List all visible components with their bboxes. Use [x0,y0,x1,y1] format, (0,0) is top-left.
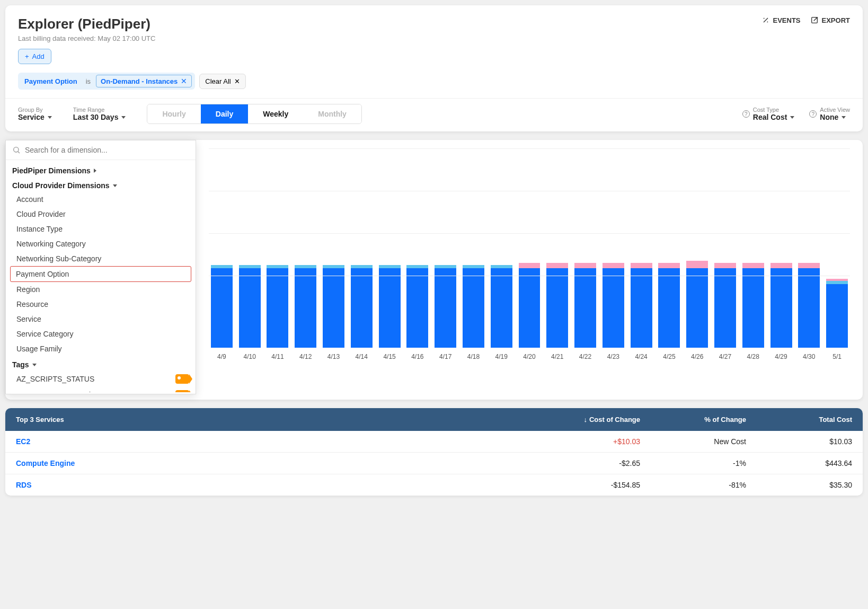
export-label: EXPORT [822,16,850,24]
table-row: Compute Engine-$2.65-1%$443.64 [5,453,863,474]
col-services[interactable]: Top 3 Services [16,416,534,423]
plus-icon: + [25,52,29,60]
chevron-down-icon [842,116,846,119]
seg-daily[interactable]: Daily [201,104,248,123]
time-range-value: Last 30 Days [73,113,119,121]
clear-all-button[interactable]: Clear All ✕ [199,74,245,89]
table-body: EC2+$10.03New Cost$10.03Compute Engine-$… [5,431,863,496]
chart-card: PiedPiper Dimensions Cloud Provider Dime… [5,140,863,400]
dd-section-tags[interactable]: Tags [6,356,196,371]
dd-item-resource[interactable]: Resource [6,297,196,312]
filter-field: Payment Option [21,75,81,87]
export-icon [810,16,819,24]
dimension-search-input[interactable] [25,146,189,154]
group-by-control[interactable]: Group By Service [18,107,52,121]
cell-pct-change: -1% [640,459,746,467]
svg-point-1 [14,147,19,152]
clear-all-label: Clear All [205,77,231,85]
cell-total: $443.64 [746,459,852,467]
filter-value: On-Demand - Instances [101,77,178,85]
service-link[interactable]: RDS [16,481,32,489]
dimension-dropdown: PiedPiper Dimensions Cloud Provider Dime… [5,140,196,394]
help-icon: ? [809,110,817,118]
service-link[interactable]: Compute Engine [16,459,75,467]
filter-chip[interactable]: Payment Option is On-Demand - Instances … [18,73,195,90]
events-label: EVENTS [773,16,801,24]
cell-cost-change: -$2.65 [534,459,640,467]
table-row: RDS-$154.85-81%$35.30 [5,474,863,496]
dd-item-service[interactable]: Service [6,312,196,326]
header-card: Explorer (PiedPiper) Last billing data r… [5,5,863,131]
cell-total: $35.30 [746,481,852,489]
active-view-value: None [820,113,838,121]
services-table: Top 3 Services ↓Cost of Change % of Chan… [5,408,863,496]
cell-cost-change: +$10.03 [534,437,640,446]
cell-pct-change: -81% [640,481,746,489]
table-row: EC2+$10.03New Cost$10.03 [5,431,863,453]
events-icon [761,16,770,24]
help-icon: ? [742,110,750,118]
dimension-list[interactable]: PiedPiper Dimensions Cloud Provider Dime… [6,160,196,392]
dd-item-usage-family[interactable]: Usage Family [6,341,196,356]
cell-total: $10.03 [746,437,852,446]
col-pct-change[interactable]: % of Change [640,416,746,423]
dd-item-instance-type[interactable]: Instance Type [6,222,196,236]
add-label: Add [32,52,45,60]
group-by-value: Service [18,113,45,121]
top-actions: EVENTS EXPORT [761,16,850,24]
col-total[interactable]: Total Cost [746,416,852,423]
dd-section-cloud[interactable]: Cloud Provider Dimensions [6,177,196,192]
seg-hourly[interactable]: Hourly [147,104,200,123]
chevron-right-icon [94,169,96,173]
active-filters: Payment Option is On-Demand - Instances … [5,73,863,98]
cost-type-value: Real Cost [753,113,787,121]
events-button[interactable]: EVENTS [761,16,801,24]
seg-monthly[interactable]: Monthly [303,104,361,123]
dd-item-cloud-provider[interactable]: Cloud Provider [6,207,196,222]
cell-cost-change: -$154.85 [534,481,640,489]
dimension-search[interactable] [6,140,196,160]
dd-tag-appmanagercfnstackkey[interactable]: AppManagerCFNStackKey [6,387,196,392]
filter-op: is [83,75,94,87]
cost-type-label: Cost Type [753,107,795,113]
page-title: Explorer (PiedPiper) [18,16,155,32]
table-header: Top 3 Services ↓Cost of Change % of Chan… [5,408,863,431]
dd-item-account[interactable]: Account [6,192,196,207]
dd-item-networking-sub-category[interactable]: Networking Sub-Category [6,251,196,266]
time-range-control[interactable]: Time Range Last 30 Days [73,107,126,121]
time-range-label: Time Range [73,107,126,113]
right-controls: ? Cost Type Real Cost ? Active View None [742,107,850,121]
chevron-down-icon [790,116,794,119]
filter-remove-icon[interactable]: ✕ [181,77,187,85]
chart-gridlines [209,148,850,360]
dd-section-piedpiper[interactable]: PiedPiper Dimensions [6,162,196,177]
chevron-down-icon [32,364,37,366]
subtitle: Last billing data received: May 02 17:00… [18,34,155,42]
tag-icon [175,374,189,384]
filter-row: + Add [5,49,863,73]
cell-pct-change: New Cost [640,437,746,446]
dd-tag-az-scripts-status[interactable]: AZ_SCRIPTS_STATUS [6,371,196,387]
add-filter-button[interactable]: + Add [18,49,51,64]
service-link[interactable]: EC2 [16,437,30,446]
export-button[interactable]: EXPORT [810,16,850,24]
sort-down-icon: ↓ [583,416,587,423]
title-block: Explorer (PiedPiper) Last billing data r… [18,16,155,42]
seg-weekly[interactable]: Weekly [248,104,303,123]
cost-type-control[interactable]: ? Cost Type Real Cost [742,107,795,121]
tag-icon [175,390,189,392]
active-view-label: Active View [820,107,850,113]
chevron-down-icon [48,116,52,119]
search-icon [12,146,21,154]
group-by-label: Group By [18,107,52,113]
dd-item-payment-option[interactable]: Payment Option [10,266,191,282]
chevron-down-icon [113,184,117,187]
controls-row: Group By Service Time Range Last 30 Days… [5,98,863,131]
col-cost-change[interactable]: ↓Cost of Change [534,416,640,423]
dd-item-service-category[interactable]: Service Category [6,326,196,341]
active-view-control[interactable]: ? Active View None [809,107,850,121]
close-icon: ✕ [234,77,240,85]
dd-item-region[interactable]: Region [6,282,196,297]
filter-value-box: On-Demand - Instances ✕ [96,75,192,87]
dd-item-networking-category[interactable]: Networking Category [6,236,196,251]
